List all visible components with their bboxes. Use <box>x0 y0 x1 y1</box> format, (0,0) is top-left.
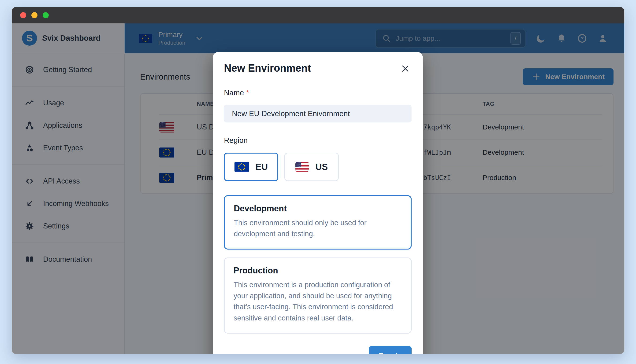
env-type-title: Production <box>234 266 402 276</box>
close-icon <box>400 64 410 74</box>
required-marker: * <box>246 88 249 97</box>
name-label-text: Name <box>224 88 244 97</box>
region-option-label: US <box>316 162 328 172</box>
env-type-option-development[interactable]: Development This environment should only… <box>224 195 412 250</box>
eu-flag-icon <box>235 162 249 172</box>
env-type-option-production[interactable]: Production This environment is a product… <box>224 258 412 333</box>
region-option-us[interactable]: US <box>284 152 339 181</box>
us-flag-icon <box>295 162 309 172</box>
region-label-text: Region <box>224 136 248 145</box>
minimize-window-button[interactable] <box>32 12 38 18</box>
environment-name-input[interactable] <box>224 105 412 122</box>
create-button[interactable]: Create <box>369 346 412 354</box>
name-field-label: Name * <box>224 88 412 97</box>
region-option-eu[interactable]: EU <box>224 152 278 181</box>
modal-title: New Environment <box>224 62 311 74</box>
app-window: S Svix Dashboard Getting Started <box>12 7 624 354</box>
region-option-label: EU <box>256 162 268 172</box>
region-field-label: Region <box>224 136 412 145</box>
new-environment-modal: New Environment Name * Region EU <box>213 52 423 354</box>
window-titlebar <box>12 7 624 24</box>
env-type-title: Development <box>234 204 402 214</box>
modal-close-button[interactable] <box>399 62 412 75</box>
env-type-description: This environment is a production configu… <box>234 279 402 323</box>
env-type-description: This environment should only be used for… <box>234 217 402 239</box>
close-window-button[interactable] <box>20 12 26 18</box>
zoom-window-button[interactable] <box>43 12 49 18</box>
